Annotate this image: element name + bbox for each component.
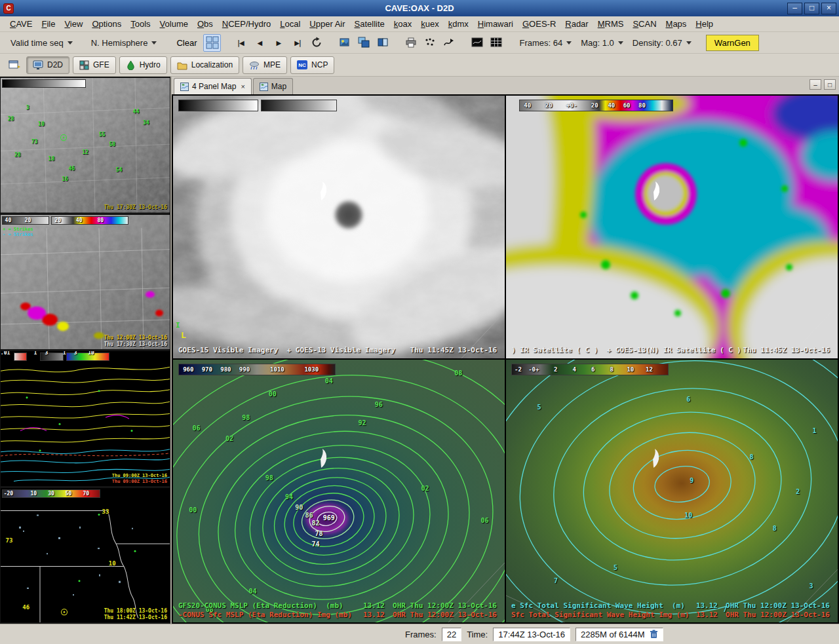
streamlines-button[interactable] <box>440 34 458 52</box>
menu-item[interactable]: CAVE <box>5 17 37 31</box>
menu-item[interactable]: MRMS <box>593 17 629 31</box>
contour-label: 78 <box>315 529 323 537</box>
image-combine-button[interactable] <box>355 34 372 52</box>
hemisphere-dropdown[interactable]: N. Hemisphere <box>87 36 161 50</box>
legend-time: OHR Thu 12:00Z 13-Oct-16 <box>393 601 497 610</box>
minimize-button[interactable]: – <box>787 3 802 14</box>
tab-map[interactable]: Map <box>253 78 293 94</box>
tab-four-panel-map[interactable]: 4 Panel Map × <box>174 78 252 94</box>
perspective-localization-button[interactable]: Localization <box>170 56 239 74</box>
clear-button[interactable]: Clear <box>171 36 202 50</box>
menu-item[interactable]: Volume <box>155 17 193 31</box>
colorbar-tick-label: 50 <box>66 491 72 497</box>
printer-icon <box>405 37 417 48</box>
panel-thumbnails-sidebar: 283107328185558461644345412 Thu 17:30Z 1… <box>0 77 170 624</box>
perspective-gfe-button[interactable]: GFE <box>73 56 116 74</box>
panel-mslp[interactable]: 96097098099010101030 0804009692980206009… <box>173 360 505 622</box>
editor-maximize-button[interactable]: □ <box>824 79 836 90</box>
valid-time-seq-dropdown[interactable]: Valid time seq <box>7 36 77 50</box>
image-properties-button[interactable] <box>336 34 353 52</box>
data-layer-button[interactable] <box>468 34 486 52</box>
perspective-ncp-button[interactable]: NC NCP <box>290 56 334 74</box>
grid-layer-dark-icon <box>490 37 502 48</box>
title-bar[interactable]: C CAVE:OAX - D2D – □ × <box>0 0 839 16</box>
step-back-button[interactable]: ◀ <box>250 34 268 52</box>
tab-close-icon[interactable]: × <box>241 83 244 90</box>
menu-item[interactable]: Local <box>275 17 305 31</box>
contour-label: 94 <box>285 493 293 500</box>
perspective-d2d-button[interactable]: D2D <box>26 56 69 74</box>
station-value: 18 <box>49 156 55 162</box>
menu-item[interactable]: koax <box>389 17 416 31</box>
menu-item[interactable]: Satellite <box>350 17 389 31</box>
data-layer-dark-icon <box>471 37 483 48</box>
visible-colorbar[interactable] <box>178 100 337 111</box>
maximize-button[interactable]: □ <box>804 3 819 14</box>
colorbar-tick-label: 1010 <box>270 366 284 373</box>
image-toggle-icon <box>377 37 389 48</box>
legend-time: OHR Thu 12:00Z 13-Oct-16 <box>393 611 497 619</box>
last-frame-button[interactable]: ▶| <box>288 34 306 52</box>
warngen-button[interactable]: WarnGen <box>706 35 759 51</box>
radar-thumb-colorbar[interactable]: -2010305070 <box>2 489 100 498</box>
thumbnail-ir-composite[interactable]: 4020 204080 + = Strikes - = Strikes Thu … <box>1 215 170 350</box>
perspective-localization-label: Localization <box>191 60 233 69</box>
colorbar-tick-label: 20 <box>54 218 61 223</box>
menu-item[interactable]: Radar <box>560 17 593 31</box>
menu-item[interactable]: View <box>60 17 87 31</box>
editor-minimize-button[interactable]: – <box>810 79 821 90</box>
mslp-colorbar[interactable]: 96097098099010101030 <box>178 364 336 375</box>
colorbar-tick-label: +0- <box>566 102 577 109</box>
menu-item[interactable]: GOES-R <box>518 17 560 31</box>
loop-button[interactable] <box>307 34 325 52</box>
menu-item[interactable]: Help <box>691 17 718 31</box>
menu-item[interactable]: Maps <box>661 17 692 31</box>
menu-item[interactable]: kdmx <box>444 17 473 31</box>
open-perspective-button[interactable] <box>5 56 23 74</box>
step-forward-button[interactable]: ▶ <box>269 34 287 52</box>
colorbar-tick-label: 80 <box>97 218 104 223</box>
panel-wave-height[interactable]: -2-0+24681012 5618910825737 e Sfc Total … <box>506 360 838 622</box>
four-panel-layout-button[interactable] <box>203 34 221 52</box>
mag-dropdown[interactable]: Mag: 1.0 <box>577 36 627 50</box>
legend-value: 13.12 <box>696 611 718 619</box>
wave-height-colorbar[interactable]: -2-0+24681012 <box>511 364 669 375</box>
colorbar-tick-label: 20 <box>545 102 553 109</box>
colorbar-tick-label: 970 <box>202 366 212 373</box>
menu-item[interactable]: NCEP/Hydro <box>218 17 275 31</box>
menu-item[interactable]: Upper Air <box>305 17 349 31</box>
perspective-hydro-button[interactable]: Hydro <box>119 56 167 74</box>
colorbar-tick-label: 30 <box>48 491 54 497</box>
menu-item[interactable]: SCAN <box>628 17 661 31</box>
density-dropdown[interactable]: Density: 0.67 <box>629 36 695 50</box>
visible-thumb-colorbar[interactable] <box>2 79 86 88</box>
ir-colorbar[interactable]: 4020+0-20406080 <box>519 100 673 111</box>
frames-dropdown[interactable]: Frames: 64 <box>515 36 576 50</box>
menu-item[interactable]: kuex <box>416 17 443 31</box>
image-toggle-button[interactable] <box>374 34 391 52</box>
menu-item[interactable]: Himawari <box>473 17 518 31</box>
grid-layer-button[interactable] <box>487 34 505 52</box>
contour-label: 3 <box>810 582 813 589</box>
print-button[interactable] <box>402 34 420 52</box>
panel-ir-satellite[interactable]: 4020+0-20406080 ) IR Satellite ( C ) + G… <box>506 96 838 358</box>
thumbnail-upper-air[interactable]: .01131310 Thu 09:00Z 13-Oct-16 Thu 09:00… <box>1 351 170 486</box>
menu-item[interactable]: Obs <box>193 17 218 31</box>
panel-visible-satellite[interactable]: I L GOES-15 Visible Imagery + GOES-13 Vi… <box>173 96 505 358</box>
menu-item[interactable]: Tools <box>126 17 155 31</box>
thumbnail-visible-satellite[interactable]: 283107328185558461644345412 Thu 17:30Z 1… <box>1 78 170 213</box>
thumbnail-local-radar[interactable]: -2010305070 33731046 Thu 18:00Z 13-Oct-1… <box>1 488 170 623</box>
low-pressure-marker: L <box>181 330 186 340</box>
upper-air-thumb-image <box>1 351 170 486</box>
loop-icon <box>311 37 322 48</box>
perspective-mpe-button[interactable]: MPE <box>243 56 287 74</box>
sample-points-button[interactable] <box>421 34 439 52</box>
menu-item[interactable]: File <box>37 17 60 31</box>
close-button[interactable]: × <box>821 3 836 14</box>
thumb3-time1: Thu 09:00Z 13-Oct-16 <box>112 473 167 478</box>
station-value: 34 <box>143 119 149 125</box>
trash-icon[interactable] <box>650 630 658 639</box>
first-frame-button[interactable]: |◀ <box>231 34 249 52</box>
menu-item[interactable]: Options <box>87 17 126 31</box>
ir-thumb-colorbar[interactable]: 4020 204080 <box>2 216 128 225</box>
